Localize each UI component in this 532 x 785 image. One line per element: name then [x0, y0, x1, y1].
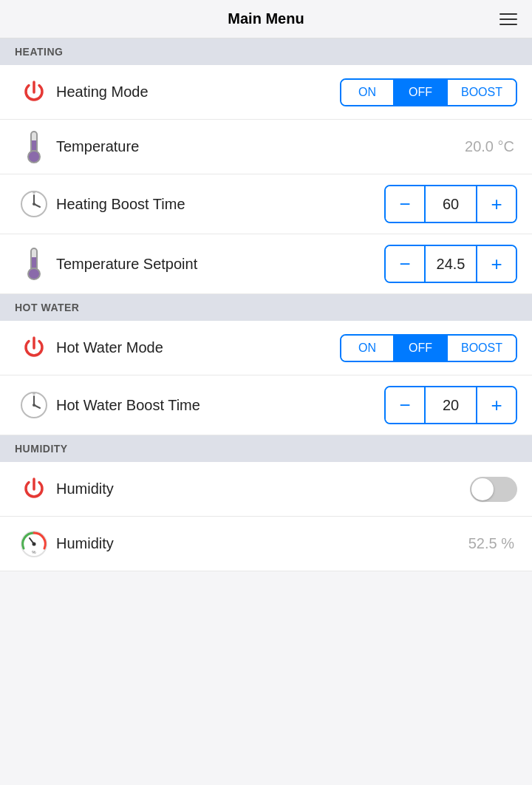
temperature-setpoint-plus[interactable]: + — [477, 246, 516, 282]
humidity-reading-label: Humidity — [56, 535, 468, 552]
svg-line-8 — [34, 405, 40, 408]
hot-water-boost-time-stepper[interactable]: − 20 + — [384, 386, 517, 424]
hot-water-boost-time-value: 20 — [424, 387, 477, 423]
svg-point-12 — [33, 542, 36, 546]
heating-mode-off[interactable]: OFF — [395, 80, 448, 105]
temperature-setpoint-row: Temperature Setpoint − 24.5 + — [0, 234, 532, 294]
hot-water-mode-off[interactable]: OFF — [395, 336, 448, 361]
clock-icon-water — [15, 390, 53, 420]
heating-boost-time-plus[interactable]: + — [477, 186, 516, 222]
svg-point-4 — [33, 191, 35, 194]
heating-mode-label: Heating Mode — [56, 84, 340, 101]
heating-boost-time-minus[interactable]: − — [386, 186, 424, 222]
hamburger-icon[interactable] — [499, 13, 517, 25]
gauge-icon: % — [15, 529, 53, 559]
heating-boost-time-row: Heating Boost Time − 60 + — [0, 174, 532, 234]
heating-boost-time-value: 60 — [424, 186, 477, 222]
humidity-toggle-label: Humidity — [56, 480, 470, 497]
temperature-row: Temperature 20.0 °C — [0, 120, 532, 174]
svg-point-9 — [33, 392, 35, 395]
page-title: Main Menu — [228, 10, 304, 27]
hot-water-mode-label: Hot Water Mode — [56, 339, 340, 356]
humidity-reading-value: 52.5 % — [468, 535, 514, 552]
heating-boost-time-label: Heating Boost Time — [56, 196, 384, 213]
header: Main Menu — [0, 0, 532, 38]
temperature-setpoint-minus[interactable]: − — [386, 246, 424, 282]
temperature-setpoint-value: 24.5 — [424, 246, 477, 282]
humidity-toggle-row: Humidity — [0, 462, 532, 517]
temperature-value: 20.0 °C — [465, 138, 514, 155]
heating-mode-segmented[interactable]: ON OFF BOOST — [340, 78, 517, 106]
hot-water-mode-on[interactable]: ON — [341, 336, 395, 361]
power-icon-water — [15, 335, 53, 361]
temperature-setpoint-stepper[interactable]: − 24.5 + — [384, 245, 517, 283]
clock-icon-heating — [15, 189, 53, 219]
svg-text:%: % — [32, 550, 36, 554]
toggle-knob — [471, 478, 494, 500]
hot-water-boost-time-label: Hot Water Boost Time — [56, 397, 384, 414]
hot-water-boost-time-minus[interactable]: − — [386, 387, 424, 423]
section-heating: HEATING — [0, 38, 532, 65]
hot-water-mode-boost[interactable]: BOOST — [448, 336, 516, 361]
heating-boost-time-stepper[interactable]: − 60 + — [384, 185, 517, 223]
hot-water-mode-row: Hot Water Mode ON OFF BOOST — [0, 321, 532, 375]
temperature-setpoint-label: Temperature Setpoint — [56, 256, 384, 273]
heating-mode-on[interactable]: ON — [341, 80, 395, 105]
humidity-toggle[interactable] — [470, 477, 517, 502]
hot-water-mode-segmented[interactable]: ON OFF BOOST — [340, 334, 517, 362]
hot-water-boost-time-row: Hot Water Boost Time − 20 + — [0, 375, 532, 435]
humidity-value-row: % Humidity 52.5 % — [0, 517, 532, 571]
temperature-label: Temperature — [56, 138, 465, 155]
power-icon — [15, 79, 53, 106]
svg-line-3 — [34, 204, 40, 207]
heating-mode-row: Heating Mode ON OFF BOOST — [0, 65, 532, 120]
heating-mode-boost[interactable]: BOOST — [448, 80, 516, 105]
section-humidity: HUMIDITY — [0, 435, 532, 462]
power-icon-humidity — [15, 476, 53, 503]
hot-water-boost-time-plus[interactable]: + — [477, 387, 516, 423]
thermometer-setpoint-icon — [15, 248, 53, 280]
thermometer-icon — [15, 131, 53, 163]
section-hot-water: HOT WATER — [0, 294, 532, 321]
